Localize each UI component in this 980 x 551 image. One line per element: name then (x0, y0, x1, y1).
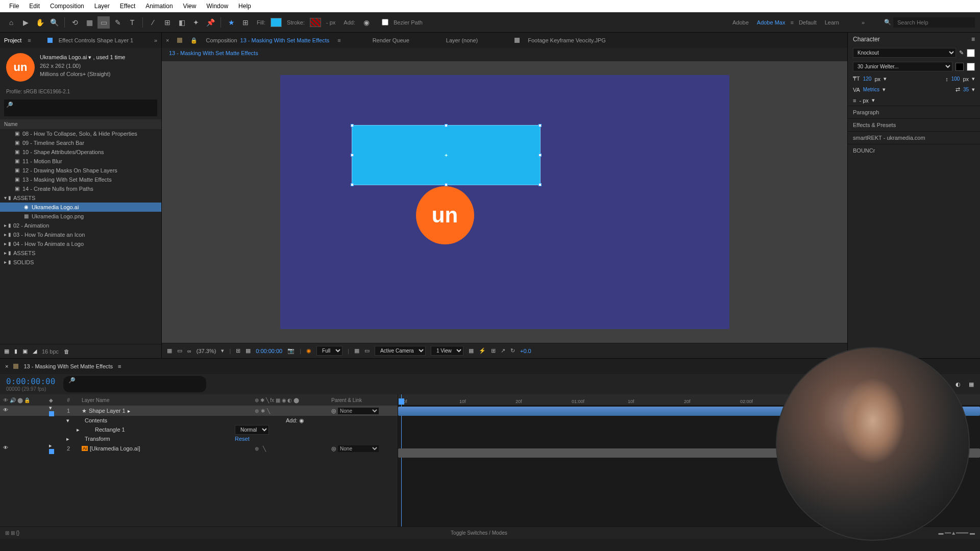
project-item[interactable]: ▸ ▮04 - How To Animate a Logo (0, 239, 161, 248)
label-column-icon[interactable]: ◆ (49, 397, 58, 403)
selection-tool-icon[interactable]: ▶ (19, 16, 32, 29)
project-column-name[interactable]: Name (0, 119, 161, 129)
layer-name[interactable]: Shape Layer 1 (89, 408, 126, 414)
paragraph-panel-title[interactable]: Paragraph (848, 106, 980, 118)
project-item[interactable]: ▸ ▮03 - How To Animate an Icon (0, 230, 161, 239)
menu-animation[interactable]: Animation (140, 3, 178, 10)
exposure-value[interactable]: +0.0 (520, 348, 531, 354)
project-item[interactable]: ▣09 - Timeline Search Bar (0, 138, 161, 147)
project-item[interactable]: ▣14 - Create Nulls from Paths (0, 184, 161, 193)
pickwhip-icon[interactable]: ◎ (331, 445, 336, 452)
project-item[interactable]: ◉Ukramedia Logo.ai (0, 203, 161, 212)
workspace-learn[interactable]: Learn (825, 19, 839, 26)
new-folder-icon[interactable]: ▮ (14, 348, 17, 355)
project-item[interactable]: ▸ ▮SOLIDS (0, 258, 161, 267)
tracking-value[interactable]: 35 (963, 87, 969, 92)
new-comp-icon[interactable]: ▣ (22, 348, 28, 355)
clone-tool-icon[interactable]: ⊞ (161, 16, 174, 29)
snap-icon[interactable]: ⊞ (239, 16, 252, 29)
character-panel-title[interactable]: Character ≡ (848, 33, 980, 46)
eyedropper-icon[interactable]: ✎ (959, 49, 964, 56)
menu-layer[interactable]: Layer (89, 3, 115, 10)
motion-blur-icon[interactable]: ◐ (955, 381, 961, 388)
flowchart-icon[interactable]: ↗ (501, 347, 505, 354)
tab-project[interactable]: Project (4, 37, 21, 43)
res-icon[interactable]: ⊞ (236, 347, 240, 354)
bouncr-panel-title[interactable]: BOUNCr (848, 144, 980, 157)
timeline-sub-rectangle[interactable]: ▸ Rectangle 1Normal (0, 425, 398, 434)
eye-column-icon[interactable]: 👁 🔊 ⬤ 🔒 (0, 397, 30, 403)
close-icon[interactable]: × (166, 37, 169, 43)
menu-composition[interactable]: Composition (45, 3, 89, 10)
switch-quality-icon[interactable]: ✱ (261, 408, 265, 414)
zoom-display[interactable]: (37.3%) (197, 348, 216, 354)
add-button-icon[interactable]: ◉ (360, 16, 373, 29)
boundary-icon[interactable]: ▭ (177, 347, 182, 354)
camera-dropdown[interactable]: Active Camera (375, 346, 426, 356)
tab-effect-controls[interactable]: Effect Controls Shape Layer 1 (59, 37, 134, 43)
zoom-slider[interactable]: ━━▲━━━━ (945, 530, 968, 536)
timeline-search-input[interactable] (68, 384, 201, 391)
tab-footage[interactable]: Footage Keyframe Veocity.JPG (528, 37, 606, 43)
menu-file[interactable]: File (4, 3, 24, 10)
visibility-icon[interactable]: 👁 (2, 407, 9, 414)
font-size-value[interactable]: 120 (863, 76, 872, 82)
project-item[interactable]: ▸ ▮02 - Animation (0, 221, 161, 230)
close-icon[interactable]: × (5, 363, 8, 369)
layer-name[interactable]: [Ukramedia Logo.ai] (90, 445, 140, 452)
twirl-icon[interactable]: ▸ (66, 436, 69, 442)
brackets-icon[interactable]: {} (16, 530, 20, 536)
interpret-footage-icon[interactable]: ▦ (4, 348, 9, 355)
switches-column[interactable]: ⊕ ✱ ╲ fx ▦ ◉ ◐ ⬤ (255, 397, 331, 403)
project-item[interactable]: ▣08 - How To Collapse, Solo, & Hide Prop… (0, 129, 161, 138)
menu-window[interactable]: Window (201, 3, 233, 10)
render-queue-icon[interactable]: ⊞ (11, 530, 15, 536)
pan-behind-tool-icon[interactable]: ▦ (83, 16, 95, 29)
smartrekt-panel-title[interactable]: smartREKT - ukramedia.com (848, 131, 980, 144)
twirl-icon[interactable]: ▸ (49, 442, 52, 448)
transparency-icon[interactable]: ▦ (354, 347, 359, 354)
menu-icon[interactable]: ≡ (118, 363, 121, 369)
zoom-in-icon[interactable]: ▬ (970, 530, 975, 536)
tab-composition[interactable]: Composition 13 - Masking With Set Matte … (206, 37, 329, 43)
label-swatch[interactable] (49, 449, 54, 454)
reset-link[interactable]: Reset (235, 436, 250, 442)
project-item[interactable]: ▾ ▮ASSETS (0, 193, 161, 203)
roto-tool-icon[interactable]: ✦ (190, 16, 202, 29)
toggle-switches-button[interactable]: Toggle Switches / Modes (451, 530, 507, 536)
fill-color-swatch[interactable] (967, 49, 975, 57)
add-shape-icon[interactable]: ◉ (299, 417, 304, 423)
timeline-sub-contents[interactable]: ▾ ContentsAdd: ◉ (0, 416, 398, 425)
menu-view[interactable]: View (178, 3, 202, 10)
toggle-pane-icon[interactable]: ⊞ (5, 530, 9, 536)
project-search[interactable]: 🔎 (4, 99, 157, 116)
menu-icon[interactable]: ≡ (337, 37, 340, 43)
timeline-row[interactable]: 👁 ▾ 1 ★Shape Layer 1 ▸ ⊕✱╲ ◎ None (0, 406, 398, 416)
workspace-adobemax[interactable]: Adobe Max (757, 19, 786, 26)
resolution-dropdown[interactable]: Full (316, 346, 342, 356)
brush-tool-icon[interactable]: ⁄ (147, 16, 159, 29)
pixel-aspect-icon[interactable]: ▦ (469, 347, 474, 354)
blend-mode-dropdown[interactable]: Normal (235, 425, 269, 435)
adjust-icon[interactable]: ◢ (33, 348, 37, 355)
menu-icon[interactable]: ≡ (790, 19, 793, 26)
rectangle-tool-icon[interactable]: ▭ (97, 16, 110, 29)
workspace-adobe[interactable]: Adobe (732, 19, 749, 26)
timeline-sub-transform[interactable]: ▸ TransformReset (0, 434, 398, 443)
project-search-input[interactable] (6, 108, 155, 114)
lock-icon[interactable]: 🔒 (190, 37, 198, 44)
project-item[interactable]: ▣13 - Masking With Set Matte Effects (0, 175, 161, 184)
swap-color-swatch[interactable] (967, 63, 975, 71)
region-icon[interactable]: ▭ (364, 347, 370, 354)
parent-dropdown[interactable]: None (338, 408, 379, 414)
stroke-color-swatch[interactable] (955, 63, 964, 71)
number-column[interactable]: # (58, 397, 79, 403)
current-time-display[interactable]: 0:00:00:00 (6, 377, 55, 386)
graph-editor-icon[interactable]: ▦ (969, 381, 974, 388)
menu-effect[interactable]: Effect (115, 3, 140, 10)
stroke-width-value[interactable]: - px (859, 97, 868, 104)
menu-edit[interactable]: Edit (24, 3, 45, 10)
alpha-icon[interactable]: ▦ (167, 347, 172, 354)
pen-tool-icon[interactable]: ✎ (112, 16, 124, 29)
project-item[interactable]: ▣11 - Motion Blur (0, 157, 161, 166)
